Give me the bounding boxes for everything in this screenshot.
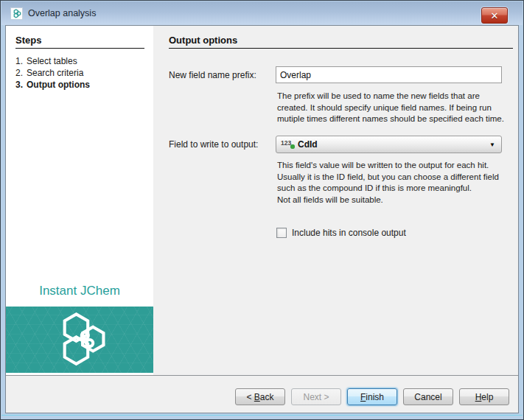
numeric-field-icon: 123 (281, 139, 296, 150)
steps-list: 1. Select tables 2. Search criteria 3. O… (6, 55, 153, 91)
close-button[interactable]: ✕ (481, 7, 508, 24)
window-frame-accent (1, 415, 523, 416)
next-button[interactable]: Next > (291, 388, 341, 405)
step-label: Search criteria (27, 67, 83, 79)
back-button[interactable]: < Back (235, 388, 285, 405)
green-dot-icon (290, 144, 295, 149)
step-label: Output options (27, 79, 90, 91)
output-field-dropdown[interactable]: 123 CdId ▼ (276, 136, 502, 153)
window-title: Overlap analysis (28, 8, 96, 18)
output-field-help: This field's value will be written to th… (277, 160, 524, 206)
page-heading: Output options (169, 35, 513, 49)
steps-heading: Steps (15, 35, 144, 49)
cancel-button[interactable]: Cancel (403, 388, 453, 405)
button-bar: < Back Next > Finish Cancel Help (6, 376, 518, 413)
brand-text: Instant JChem (6, 284, 153, 298)
step-item-output-options: 3. Output options (6, 79, 153, 91)
include-hits-checkbox[interactable] (276, 228, 287, 238)
brand-logo-block (6, 307, 153, 373)
output-field-label: Field to write to output: (169, 139, 258, 150)
include-hits-label: Include hits in console output (292, 228, 406, 238)
finish-button[interactable]: Finish (347, 388, 397, 405)
titlebar[interactable]: Overlap analysis ✕ (1, 1, 523, 25)
include-hits-row: Include hits in console output (276, 228, 406, 238)
overlap-analysis-dialog: Overlap analysis ✕ Steps 1. Select table… (0, 0, 524, 420)
main-panel: Output options New field name prefix: Th… (153, 26, 518, 375)
dropdown-selected-value: CdId (298, 139, 489, 150)
prefix-help: The prefix will be used to name the new … (277, 91, 524, 125)
hexagon-logo-icon (49, 309, 110, 370)
prefix-label: New field name prefix: (169, 70, 256, 80)
app-logo-icon (10, 7, 23, 20)
dropdown-arrow-icon[interactable]: ▼ (489, 141, 495, 148)
prefix-input[interactable] (276, 66, 502, 83)
step-item-select-tables: 1. Select tables (6, 55, 153, 67)
steps-panel: Steps 1. Select tables 2. Search criteri… (6, 26, 153, 375)
step-label: Select tables (27, 55, 77, 67)
dialog-body: Steps 1. Select tables 2. Search criteri… (5, 25, 519, 413)
step-item-search-criteria: 2. Search criteria (6, 67, 153, 79)
help-button[interactable]: Help (459, 388, 509, 405)
